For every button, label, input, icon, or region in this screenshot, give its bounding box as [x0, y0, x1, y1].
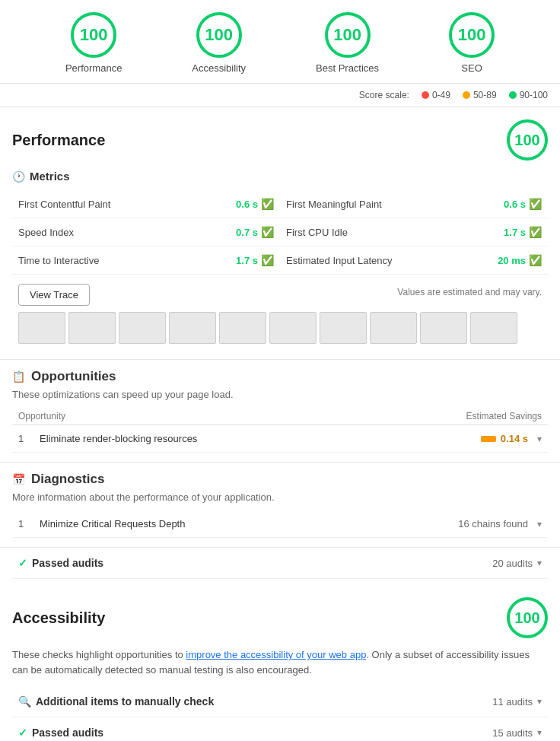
- metrics-grid: First Contentful Paint 0.6 s ✅ First Mea…: [12, 190, 548, 275]
- diagnostics-title: 📅 Diagnostics: [12, 472, 548, 487]
- accessibility-header: Accessibility 100: [12, 597, 548, 638]
- score-accessibility: 100 Accessibility: [192, 12, 246, 74]
- thumbnail-2: [68, 312, 116, 344]
- thumbnail-9: [420, 312, 467, 344]
- best-practices-label: Best Practices: [316, 62, 379, 74]
- thumbnail-7: [320, 312, 367, 344]
- savings-value: 0.14 s: [481, 433, 528, 444]
- score-seo: 100 SEO: [449, 12, 495, 74]
- accessibility-link[interactable]: improve the accessibility of your web ap…: [186, 649, 366, 660]
- fci-value: 1.7 s ✅: [504, 226, 542, 238]
- orange-dot: [463, 91, 470, 99]
- additional-items-row[interactable]: 🔍 Additional items to manually check 11 …: [12, 686, 548, 717]
- eil-value: 20 ms ✅: [498, 254, 542, 266]
- diagnostics-section: 📅 Diagnostics More information about the…: [0, 463, 560, 548]
- opportunities-table-header: Opportunity Estimated Savings: [12, 408, 548, 425]
- performance-section: Performance 100 🕐 Metrics First Contentf…: [0, 107, 560, 360]
- clock-icon: 🕐: [12, 170, 25, 183]
- view-trace-button[interactable]: View Trace: [18, 284, 90, 306]
- thumbnail-6: [269, 312, 317, 344]
- accessibility-circle: 100: [196, 12, 242, 58]
- fcp-check: ✅: [261, 198, 274, 210]
- tti-check: ✅: [261, 254, 274, 266]
- green-dot: [509, 91, 517, 99]
- metric-eil: Estimated Input Latency 20 ms ✅: [280, 246, 548, 275]
- passed-chevron: ▾: [537, 558, 542, 568]
- additional-label: 🔍 Additional items to manually check: [18, 695, 214, 708]
- scale-label: Score scale:: [359, 90, 409, 100]
- diagnostic-info: 16 chains found: [458, 518, 528, 530]
- eil-check: ✅: [529, 254, 542, 266]
- fcp-value: 0.6 s ✅: [236, 198, 274, 210]
- tti-value: 1.7 s ✅: [236, 254, 274, 266]
- fci-check: ✅: [529, 226, 542, 238]
- metric-fmp: First Meaningful Paint 0.6 s ✅: [280, 190, 548, 218]
- estimated-note: Values are estimated and may vary.: [397, 287, 542, 297]
- passed-label-performance: ✓ Passed audits: [18, 557, 103, 569]
- thumbnail-3: [119, 312, 166, 344]
- best-practices-circle: 100: [325, 12, 371, 58]
- performance-circle: 100: [71, 12, 116, 58]
- passed-row-performance[interactable]: ✓ Passed audits 20 audits ▾: [12, 548, 548, 579]
- opportunity-row-1[interactable]: 1 Eliminate render-blocking resources 0.…: [12, 425, 548, 453]
- thumbnail-10: [470, 312, 517, 344]
- fmp-check: ✅: [529, 198, 542, 210]
- film-strip: [18, 312, 542, 344]
- check-icon-performance: ✓: [18, 557, 27, 569]
- diagnostic-row-1[interactable]: 1 Minimize Critical Requests Depth 16 ch…: [12, 510, 548, 538]
- passed-row-accessibility[interactable]: ✓ Passed audits 15 audits ▾: [12, 717, 548, 741]
- scale-orange: 50-89: [463, 90, 497, 100]
- trace-section: View Trace Values are estimated and may …: [12, 275, 548, 353]
- performance-header: Performance 100: [12, 119, 548, 161]
- additional-count: 11 audits ▾: [492, 696, 542, 708]
- performance-title: Performance: [12, 132, 105, 149]
- metrics-header: 🕐 Metrics: [12, 170, 548, 183]
- si-check: ✅: [261, 226, 274, 238]
- search-icon: 🔍: [18, 695, 31, 708]
- score-bar: 100 Performance 100 Accessibility 100 Be…: [0, 0, 560, 84]
- seo-circle: 100: [449, 12, 495, 58]
- scale-green: 90-100: [509, 90, 548, 100]
- additional-chevron: ▾: [537, 696, 542, 707]
- accessibility-description: These checks highlight opportunities to …: [12, 647, 548, 677]
- red-dot: [422, 91, 429, 99]
- score-scale: Score scale: 0-49 50-89 90-100: [0, 84, 560, 107]
- score-performance: 100 Performance: [65, 12, 122, 74]
- score-best-practices: 100 Best Practices: [316, 12, 379, 74]
- accessibility-label: Accessibility: [192, 62, 246, 74]
- expand-chevron: ▾: [537, 434, 542, 444]
- opportunities-icon: 📋: [12, 370, 25, 383]
- opportunities-section: 📋 Opportunities These optimizations can …: [0, 360, 560, 463]
- passed-count-performance: 20 audits ▾: [492, 558, 542, 569]
- metric-si: Speed Index 0.7 s ✅: [12, 218, 280, 246]
- performance-label: Performance: [65, 62, 122, 74]
- passed-count-accessibility: 15 audits ▾: [492, 727, 542, 739]
- thumbnail-1: [18, 312, 65, 344]
- scale-red: 0-49: [422, 90, 450, 100]
- passed-a11y-chevron: ▾: [537, 727, 542, 738]
- performance-score-circle: 100: [507, 119, 548, 161]
- diagnostics-desc: More information about the performance o…: [12, 491, 548, 503]
- thumbnail-5: [219, 312, 266, 344]
- accessibility-score-circle: 100: [507, 597, 548, 638]
- fmp-value: 0.6 s ✅: [504, 198, 542, 210]
- opportunities-desc: These optimizations can speed up your pa…: [12, 389, 548, 400]
- check-icon-accessibility: ✓: [18, 727, 27, 739]
- accessibility-title: Accessibility: [12, 609, 105, 627]
- thumbnail-4: [169, 312, 216, 344]
- seo-label: SEO: [461, 62, 482, 74]
- thumbnail-8: [370, 312, 417, 344]
- metric-fci: First CPU Idle 1.7 s ✅: [280, 218, 548, 246]
- si-value: 0.7 s ✅: [236, 226, 274, 238]
- accessibility-section: Accessibility 100 These checks highlight…: [0, 585, 560, 741]
- metric-tti: Time to Interactive 1.7 s ✅: [12, 246, 280, 275]
- metric-fcp: First Contentful Paint 0.6 s ✅: [12, 190, 280, 218]
- savings-bar: [481, 436, 496, 442]
- diagnostics-icon: 📅: [12, 473, 25, 485]
- opportunities-title: 📋 Opportunities: [12, 369, 548, 384]
- passed-label-accessibility: ✓ Passed audits: [18, 727, 103, 739]
- diagnostic-chevron: ▾: [537, 519, 542, 530]
- passed-audits-performance: ✓ Passed audits 20 audits ▾: [0, 548, 560, 585]
